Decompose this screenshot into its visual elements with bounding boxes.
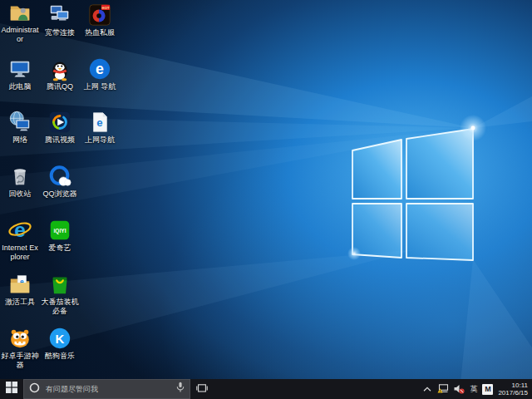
desktop-icon-label: 酷狗音乐	[40, 352, 80, 361]
desktop-icon-activation-tools[interactable]: e 激活工具	[0, 272, 40, 307]
desktop-icon-rexue[interactable]: HOT 热血私服	[80, 2, 120, 37]
qq-browser-icon	[47, 164, 72, 189]
task-view-button[interactable]	[190, 379, 213, 399]
desktop-icon-iqiyi[interactable]: iQIYI 爱奇艺	[40, 218, 80, 253]
ime-indicator[interactable]: M	[482, 379, 493, 399]
desktop-icon-tomato[interactable]: 大番茄装机必备	[40, 272, 80, 315]
desktop-icon-label: 激活工具	[0, 298, 40, 307]
language-indicator[interactable]: 英	[470, 379, 477, 399]
desktop-icon-label: QQ浏览器	[40, 190, 80, 199]
clock-date: 2017/6/15	[498, 389, 528, 397]
desktop-icon-label: 好卓手游神器	[0, 352, 40, 369]
taskbar: 英 M 10:11 2017/6/15	[0, 379, 532, 399]
desktop-icon-nav-circle[interactable]: e 上网 导航	[80, 57, 120, 91]
iqiyi-icon: iQIYI	[47, 218, 72, 243]
desktop-icon-tencent-video[interactable]: 腾讯视频	[40, 110, 80, 145]
tencent-video-icon	[47, 110, 72, 135]
this-pc-icon	[7, 57, 32, 81]
desktop-icon-label: Administrator	[0, 26, 40, 43]
desktop-icon-label: 宽带连接	[40, 28, 80, 37]
system-tray: 英 M 10:11 2017/6/15	[422, 379, 532, 399]
desktop-icon-label: 热血私服	[80, 28, 120, 37]
doc-e-letter: e	[96, 116, 102, 129]
tray-clock[interactable]: 10:11 2017/6/15	[498, 382, 528, 397]
desktop-icon-haozhuo[interactable]: 好卓手游神器	[0, 326, 40, 369]
search-input[interactable]	[44, 384, 172, 394]
start-button[interactable]	[0, 379, 23, 399]
desktop-icon-recycle-bin[interactable]: 回收站	[0, 164, 40, 199]
cortana-search-box[interactable]	[23, 379, 190, 399]
windows-logo-icon	[6, 382, 17, 397]
web-navigation-document-icon: e	[87, 110, 112, 135]
broadband-connection-icon	[47, 2, 72, 27]
ime-letter: M	[482, 384, 493, 395]
desktop-icon-label: 腾讯QQ	[40, 82, 80, 91]
ie-e-letter: e	[14, 219, 26, 241]
recycle-bin-icon	[7, 164, 32, 189]
kugou-k-letter: K	[56, 332, 65, 346]
desktop-icon-kugou[interactable]: K 酷狗音乐	[40, 326, 80, 361]
desktop-icon-label: 上网导航	[80, 135, 120, 145]
user-folder-icon	[7, 0, 32, 25]
desktop-icon-administrator[interactable]: Administrator	[0, 0, 40, 43]
desktop-icon-network[interactable]: 网络	[0, 110, 40, 145]
windows-desktop: Administrator 宽带连接 HOT	[0, 0, 532, 399]
haozhuo-monster-icon	[7, 326, 32, 351]
kugou-music-icon: K	[47, 326, 72, 351]
volume-muted-icon[interactable]	[454, 379, 465, 399]
desktop-icon-label: 爱奇艺	[40, 244, 80, 253]
desktop-icon-label: Internet Explorer	[0, 244, 40, 261]
desktop-icon-label: 腾讯视频	[40, 135, 80, 145]
desktop-icon-qq[interactable]: 腾讯QQ	[40, 57, 80, 91]
desktop-icon-qq-browser[interactable]: QQ浏览器	[40, 164, 80, 199]
task-view-icon	[196, 382, 208, 397]
tencent-qq-icon	[47, 57, 72, 81]
internet-explorer-icon: e	[7, 218, 32, 243]
network-icon	[7, 110, 32, 135]
desktop-icon-nav-doc[interactable]: e 上网导航	[80, 110, 120, 145]
rexue-game-icon: HOT	[87, 2, 112, 27]
desktop-icon-internet-explorer[interactable]: e Internet Explorer	[0, 218, 40, 261]
activation-tools-folder-icon: e	[7, 272, 32, 297]
hot-badge: HOT	[102, 6, 110, 10]
network-status-icon[interactable]	[437, 379, 449, 399]
desktop-icon-label: 此电脑	[0, 82, 40, 91]
nav-e-letter: e	[96, 61, 104, 77]
web-navigation-circle-icon: e	[87, 57, 112, 81]
desktop-icon-broadband[interactable]: 宽带连接	[40, 2, 80, 37]
clock-time: 10:11	[512, 382, 528, 389]
iqiyi-wordmark: iQIYI	[54, 228, 66, 234]
tray-chevron-up-icon[interactable]	[422, 379, 432, 399]
desktop-icon-this-pc[interactable]: 此电脑	[0, 57, 40, 91]
cortana-icon	[29, 382, 40, 397]
microphone-icon[interactable]	[176, 382, 185, 397]
tomato-bag-icon	[47, 272, 72, 297]
desktop-icon-label: 回收站	[0, 190, 40, 199]
desktop-icon-label: 上网 导航	[80, 82, 120, 91]
desktop-icon-label: 网络	[0, 135, 40, 145]
desktop-icon-label: 大番茄装机必备	[40, 298, 80, 315]
